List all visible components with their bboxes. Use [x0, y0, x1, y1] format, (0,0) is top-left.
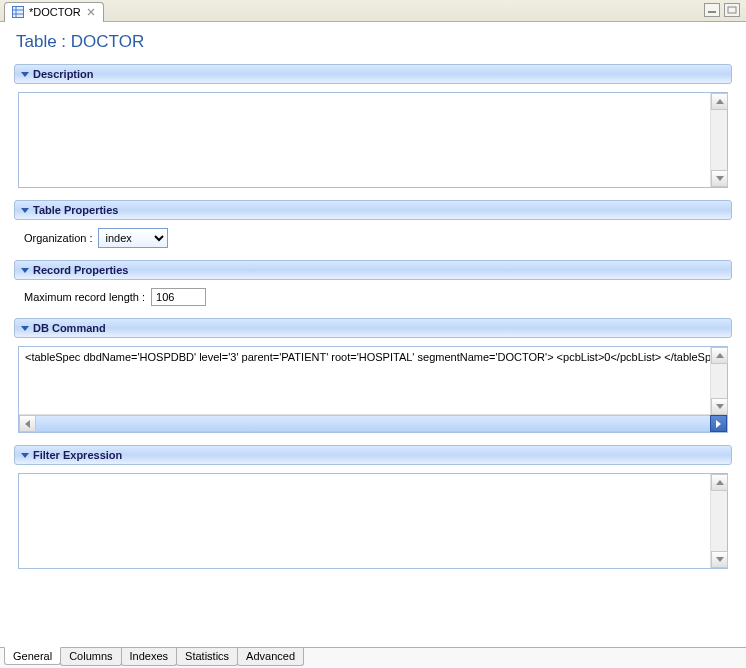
section-title: Record Properties: [33, 264, 128, 276]
tab-general[interactable]: General: [4, 647, 61, 665]
max-record-length-label: Maximum record length :: [24, 291, 145, 303]
scroll-down-icon[interactable]: [711, 398, 728, 415]
scroll-down-icon[interactable]: [711, 551, 728, 568]
tab-advanced[interactable]: Advanced: [237, 648, 304, 666]
section-record-properties: Record Properties Maximum record length …: [14, 260, 732, 308]
scroll-right-icon[interactable]: [710, 415, 727, 432]
description-textarea[interactable]: [19, 93, 709, 187]
editor-tab-doctor[interactable]: *DOCTOR: [4, 2, 104, 22]
section-filter-expression: Filter Expression: [14, 445, 732, 571]
svg-rect-6: [708, 11, 716, 13]
scrollbar[interactable]: [710, 347, 727, 415]
scroll-up-icon[interactable]: [711, 347, 728, 364]
bottom-tab-bar: General Columns Indexes Statistics Advan…: [0, 647, 746, 668]
section-db-command: DB Command <tableSpec dbdName='HOSPDBD' …: [14, 318, 732, 435]
svg-rect-7: [728, 7, 736, 13]
window-controls: [704, 3, 740, 17]
section-table-properties: Table Properties Organization : index: [14, 200, 732, 250]
section-header-record-properties[interactable]: Record Properties: [14, 260, 732, 280]
max-record-length-input[interactable]: [151, 288, 206, 306]
organization-label: Organization :: [24, 232, 92, 244]
tab-columns[interactable]: Columns: [60, 648, 121, 666]
page-title: Table : DOCTOR: [16, 32, 732, 52]
organization-select[interactable]: index: [98, 228, 168, 248]
section-header-description[interactable]: Description: [14, 64, 732, 84]
section-title: Filter Expression: [33, 449, 122, 461]
section-title: Table Properties: [33, 204, 118, 216]
section-title: Description: [33, 68, 94, 80]
section-header-filter-expression[interactable]: Filter Expression: [14, 445, 732, 465]
horizontal-scrollbar[interactable]: [19, 415, 727, 432]
chevron-down-icon: [21, 72, 29, 77]
editor-content: Table : DOCTOR Description Table Propert…: [0, 22, 746, 647]
scrollbar[interactable]: [710, 93, 727, 187]
db-command-text[interactable]: <tableSpec dbdName='HOSPDBD' level='3' p…: [19, 347, 727, 415]
scroll-down-icon[interactable]: [711, 170, 728, 187]
scroll-track[interactable]: [36, 415, 710, 432]
tab-indexes[interactable]: Indexes: [121, 648, 178, 666]
section-header-table-properties[interactable]: Table Properties: [14, 200, 732, 220]
section-title: DB Command: [33, 322, 106, 334]
editor-tab-bar: *DOCTOR: [0, 0, 746, 22]
scroll-left-icon[interactable]: [19, 415, 36, 432]
filter-expression-textarea[interactable]: [19, 474, 709, 568]
chevron-down-icon: [21, 453, 29, 458]
svg-rect-0: [13, 7, 24, 18]
minimize-button[interactable]: [704, 3, 720, 17]
section-description: Description: [14, 64, 732, 190]
chevron-down-icon: [21, 208, 29, 213]
table-icon: [11, 5, 25, 19]
section-header-db-command[interactable]: DB Command: [14, 318, 732, 338]
scroll-up-icon[interactable]: [711, 93, 728, 110]
scrollbar[interactable]: [710, 474, 727, 568]
db-command-box: <tableSpec dbdName='HOSPDBD' level='3' p…: [18, 346, 728, 433]
chevron-down-icon: [21, 326, 29, 331]
chevron-down-icon: [21, 268, 29, 273]
tab-label: *DOCTOR: [29, 6, 81, 18]
scroll-up-icon[interactable]: [711, 474, 728, 491]
tab-statistics[interactable]: Statistics: [176, 648, 238, 666]
close-icon[interactable]: [85, 6, 97, 18]
maximize-button[interactable]: [724, 3, 740, 17]
